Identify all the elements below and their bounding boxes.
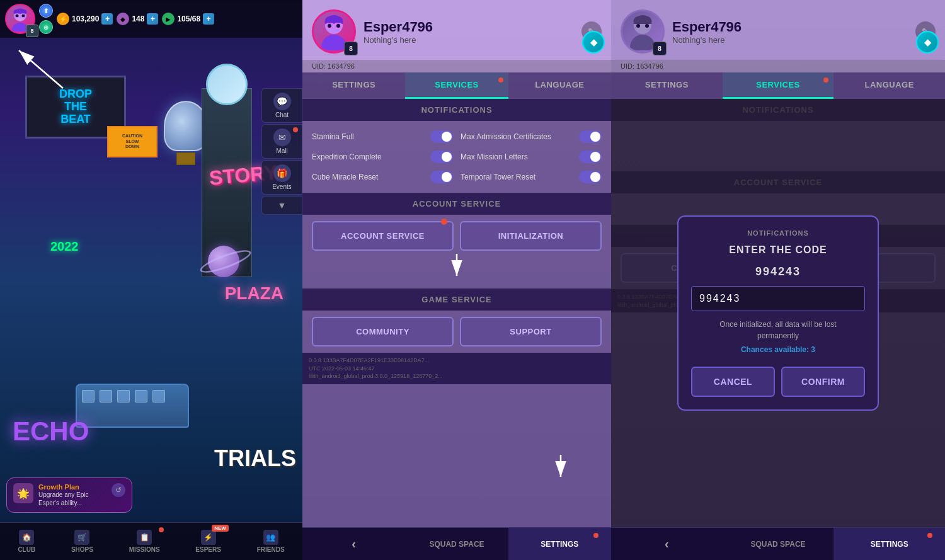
tram-window [82,390,94,403]
account-service-btn[interactable]: ACCOUNT SERVICE [312,221,454,251]
events-btn[interactable]: 🎁 Events [261,160,302,195]
add-lightning-btn[interactable]: + [101,13,113,25]
dialog-code-input[interactable] [691,286,865,311]
diamond-btn-right[interactable]: ◆ [916,31,939,54]
settings-btn-middle[interactable]: SETTINGS [508,528,611,560]
arrow-init-annotation [438,254,476,285]
nav-collapse-btn[interactable]: ▼ [261,196,302,215]
support-btn-middle[interactable]: SUPPORT [460,317,602,346]
account-service-badge [441,219,447,225]
uid-text-middle: UID: 1634796 [312,62,355,70]
notif-max-mission: Max Mission Letters [461,151,602,163]
nav-espers[interactable]: ⚡ ESPERS NEW [195,530,221,553]
dialog-chances: Chances available: 3 [691,345,865,354]
notif-temporal-tower: Temporal Tower Reset [461,171,602,183]
game-service-btns: COMMUNITY SUPPORT [302,311,611,353]
svg-point-12 [336,24,340,28]
tab-settings-right[interactable]: SETTINGS [611,72,723,99]
growth-info: Growth Plan Upgrade any Epic Esper's abi… [38,483,106,507]
growth-close-btn[interactable]: ↺ [112,483,125,497]
nav-club[interactable]: 🏠 CLUB [18,530,35,553]
plaza-label[interactable]: PLAZA [225,283,284,304]
uid-bar-middle: UID: 1634796 [302,60,611,72]
toggle-cube-miracle[interactable] [430,171,453,183]
tab-settings-middle[interactable]: SETTINGS [302,72,405,99]
chat-label: Chat [275,111,289,118]
growth-desc: Upgrade any Epic Esper's ability... [38,491,106,507]
squad-space-btn-right[interactable]: SQUAD SPACE [723,528,834,560]
tab-services-middle[interactable]: SERVICES [405,72,508,99]
nav-friends[interactable]: 👥 FRIENDS [257,530,285,553]
dialog-warning: Once initialized, all data will be lost … [691,319,865,341]
shops-icon: 🛒 [74,530,89,545]
dialog-code-display: 994243 [691,265,865,278]
lightning-resource: ⚡ 103,290 + [57,13,113,25]
settings-label-middle: SETTINGS [541,540,578,549]
missions-label: MISSIONS [129,546,160,553]
energy-resource: ▶ 105/68 + [162,13,214,25]
svg-point-11 [328,24,331,28]
growth-icon: 🌟 [13,483,33,503]
mail-btn[interactable]: ✉ Mail [261,124,302,159]
dialog-buttons: CANCEL CONFIRM [691,367,865,397]
balloon-basket [176,152,195,165]
player-avatar-small[interactable]: 8 [5,4,35,34]
tab-services-label-right: SERVICES [756,80,800,89]
squad-space-btn-middle[interactable]: SQUAD SPACE [405,528,508,560]
compass-icon: ⊕ [39,20,53,34]
dialog-box: NOTIFICATIONS ENTER THE CODE 994243 Once… [677,215,879,411]
nav-shops[interactable]: 🛒 SHOPS [71,530,93,553]
toggle-temporal-tower[interactable] [579,171,602,183]
diamond-btn-middle[interactable]: ◆ [582,31,605,54]
community-btn-middle[interactable]: COMMUNITY [312,317,454,346]
nav-missions[interactable]: 📋 MISSIONS [129,530,160,553]
club-label: CLUB [18,546,35,553]
version-build-middle: lilith_android_global_prod:3.0.0_125918_… [309,372,605,380]
profile-header-right: 8 Esper4796 Nothing's here ✎ ◆ [611,0,945,60]
missions-badge [159,527,164,532]
services-tab-dot [498,77,503,83]
trials-label: TRIALS [214,445,296,472]
back-btn-middle[interactable]: ‹ [302,528,405,560]
version-info-middle: 0.3.8 133BA7F4D07EA2F191E33E08142DA7... … [302,353,611,384]
tab-services-label-middle: SERVICES [435,80,479,89]
right-nav-menu: 💬 Chat ✉ Mail 🎁 Events ▼ [261,88,302,215]
toggle-stamina[interactable] [430,130,453,143]
account-service-header-middle: ACCOUNT SERVICE [302,193,611,215]
tab-language-middle[interactable]: LANGUAGE [508,72,611,99]
tram-window [135,390,147,403]
growth-plan-popup: 🌟 Growth Plan Upgrade any Epic Esper's a… [6,477,132,513]
chat-btn[interactable]: 💬 Chat [261,88,302,123]
game-world-panel: 8 ⬆ ⊕ ⚡ 103,290 + ◆ 148 + ▶ 105/68 + [0,0,302,560]
dialog-chances-val: 3 [811,345,815,354]
add-energy-btn[interactable]: + [203,13,214,25]
community-btn-label-middle: COMMUNITY [356,327,410,336]
add-gem-btn[interactable]: + [147,13,158,25]
panel-bottom-nav-middle: ‹ SQUAD SPACE SETTINGS [302,527,611,560]
events-icon: 🎁 [273,164,291,182]
settings-btn-right[interactable]: SETTINGS [833,528,945,560]
notifications-header-middle: NOTIFICATIONS [302,99,611,121]
tab-language-right[interactable]: LANGUAGE [833,72,945,99]
toggle-max-admission[interactable] [579,130,602,143]
caution-sign: CAUTIONSLOWDOWN [107,126,158,157]
missions-icon: 📋 [137,530,152,545]
toggle-expedition[interactable] [430,151,453,163]
profile-level-middle: 8 [344,42,358,55]
club-icon: 🏠 [19,530,34,545]
settings-label-right: SETTINGS [871,540,908,549]
profile-subtitle-middle: Nothing's here [364,35,574,45]
game-bottom-nav: 🏠 CLUB 🛒 SHOPS 📋 MISSIONS ⚡ ESPERS NEW 👥… [0,522,302,560]
back-btn-right[interactable]: ‹ [611,528,723,560]
initialization-btn[interactable]: INITIALIZATION [460,221,602,251]
dialog-confirm-btn[interactable]: CONFIRM [781,367,865,397]
settings-panel-middle: 8 Esper4796 Nothing's here ✎ ◆ UID: 1634… [302,0,611,560]
tab-services-right[interactable]: SERVICES [723,72,834,99]
game-world-view: DROPTHEBEAT CAUTIONSLOWDOWN STORY 2022 P… [0,38,302,522]
espers-new-badge: NEW [212,525,229,532]
toggle-max-mission[interactable] [579,151,602,163]
dialog-cancel-btn[interactable]: CANCEL [691,367,775,397]
caution-text: CAUTIONSLOWDOWN [122,134,142,149]
tram-window [100,390,112,403]
dialog-section-label: NOTIFICATIONS [691,229,865,237]
